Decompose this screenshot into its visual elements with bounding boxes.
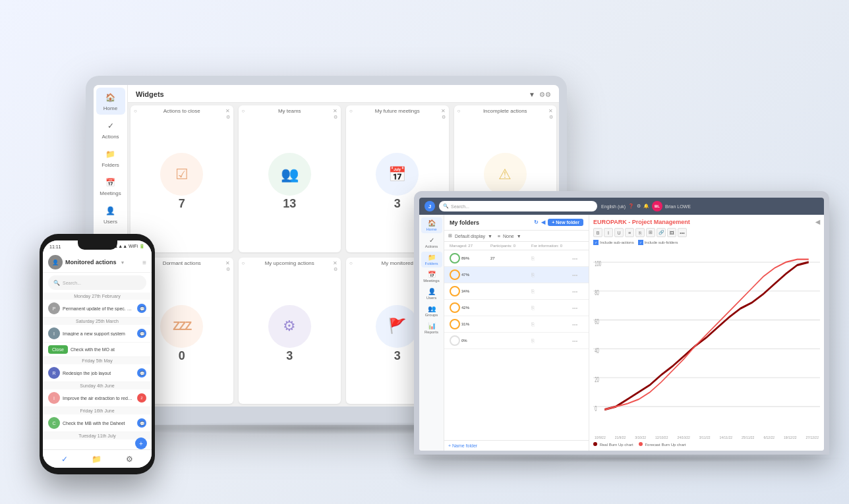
new-folder-button[interactable]: + New folder <box>548 219 583 226</box>
new-folder-link[interactable]: + Name folder <box>444 440 589 451</box>
phone-action-item[interactable]: Close Check with the MO at <box>43 343 152 357</box>
folder-row-todo[interactable]: T TODO Brian LOWE 0% ⎘ ••• <box>444 333 589 349</box>
widget-settings-icon[interactable]: ⚙ <box>226 267 230 272</box>
phone-search-bar[interactable]: 🔍 Search... <box>48 275 146 290</box>
phone-action-item[interactable]: I Imagine a new support system 💬 <box>43 325 152 343</box>
chart-tool-copy[interactable]: ⎘ <box>635 228 645 237</box>
settings-icon[interactable]: ⚙ <box>637 204 641 209</box>
chart-tool-link[interactable]: 🔗 <box>657 228 666 237</box>
chart-close-icon[interactable]: ◀ <box>815 219 820 225</box>
chart-tool-more[interactable]: ••• <box>678 228 687 237</box>
sidebar-item-folders[interactable]: 📁 Folders <box>96 144 125 171</box>
chart-tool-image[interactable]: 🖼 <box>667 228 676 237</box>
sidebar-item-users[interactable]: 👤 Users <box>96 201 125 228</box>
phone-action-item[interactable]: C Check the MB with the Daheet 💬 <box>43 414 152 432</box>
sidebar-item-home[interactable]: 🏠 Home <box>96 88 125 115</box>
phone-date-sunday: Sunday 4th June <box>43 382 152 389</box>
widget-close-icon[interactable]: ✕ <box>333 108 337 114</box>
phone-content: Monday 27th February P Permanent update … <box>43 293 152 449</box>
chart-tool-underline[interactable]: U <box>614 228 624 237</box>
include-sub-actions-checkbox[interactable]: ✓ Include sub-actions <box>593 240 634 245</box>
phone-action-item[interactable]: R Redesign the job layout 💬 <box>43 364 152 382</box>
action-text: Improve the air extraction to reduce the… <box>63 396 134 401</box>
phone-date-monday: Monday 27th February <box>43 293 152 300</box>
include-sub-folders-checkbox[interactable]: ✓ Include sub-folders <box>638 240 678 245</box>
svg-text:40: 40 <box>595 347 599 355</box>
phone-screen: 11:11 ▲▲▲ WiFi 🔋 👤 Monitored actions ▼ ≡… <box>43 240 152 468</box>
bell-icon[interactable]: 🔔 <box>643 204 649 209</box>
chart-title: EUROPARK - Project Management ◀ <box>593 219 820 225</box>
svg-text:0: 0 <box>595 405 597 413</box>
display-label[interactable]: Default display <box>455 234 485 238</box>
settings-icon[interactable]: ⚙⚙ <box>539 91 551 98</box>
widget-close-icon[interactable]: ✕ <box>333 260 337 266</box>
laptop-folders-panel: My folders ↻ ◀ + New folder ⊞ Default di… <box>444 215 589 451</box>
widget-icon-circle: 🚩 <box>376 305 419 348</box>
action-avatar: I <box>48 392 60 404</box>
folder-row-medicopharm[interactable]: M MEDICOPHARM - Quality Management 42% ⎘… <box>444 300 589 316</box>
settings-icon[interactable]: ⚙ <box>126 455 133 464</box>
widget-close-icon[interactable]: ✕ <box>225 108 230 114</box>
widget-settings-icon[interactable]: ⚙ <box>549 115 553 120</box>
meetings-icon: 📅 <box>104 176 117 189</box>
language-label: English (uk) <box>601 204 626 209</box>
chart-tool-list[interactable]: ≡ <box>625 228 634 237</box>
laptop-topbar: J 🔍 Search... English (uk) ❓ ⚙ 🔔 BL Bria… <box>419 198 824 215</box>
laptop-search[interactable]: 🔍 Search... <box>439 201 597 211</box>
chart-tool-italic[interactable]: I <box>604 228 613 237</box>
lap-nav-meetings[interactable]: 📅 Meetings <box>421 269 442 285</box>
folder-row-greenride[interactable]: G GREENRIDE - Retail Marketing Plan 34% … <box>444 283 589 300</box>
action-badge: 💬 <box>137 368 146 378</box>
refresh-icon[interactable]: ↻ <box>534 219 539 225</box>
sidebar-item-meetings[interactable]: 📅 Meetings <box>96 173 125 200</box>
laptop-content: 🏠 Home ✓ Actions 📁 Folders 📅 Meetings <box>419 215 824 451</box>
phone-signal: ▲▲▲ WiFi 🔋 <box>113 244 145 249</box>
folders-header: My folders ↻ ◀ + New folder <box>444 215 589 231</box>
chevron-down-icon: ▼ <box>529 91 535 98</box>
action-badge: 💬 <box>137 418 146 428</box>
lap-nav-folders[interactable]: 📁 Folders <box>421 252 442 267</box>
widget-close-icon[interactable]: ✕ <box>441 108 446 114</box>
close-button[interactable]: Close <box>48 345 68 354</box>
folder-row-europark[interactable]: E EUROPARK - Project Management 47% ⎘ ••… <box>444 267 589 283</box>
search-placeholder: Search... <box>63 281 81 285</box>
laptop-shadow <box>391 455 849 462</box>
widget-settings-icon[interactable]: ⚙ <box>226 115 230 120</box>
actions-icon: ✓ <box>429 237 434 244</box>
widget-settings-icon[interactable]: ⚙ <box>334 267 337 272</box>
phone-fab-button[interactable]: + <box>135 437 147 449</box>
checkbox-icon: ✓ <box>638 240 643 245</box>
chart-tool-table[interactable]: ⊞ <box>646 228 655 237</box>
menu-icon[interactable]: ≡ <box>142 259 146 266</box>
phone-action-item[interactable]: P Permanent update of the spec. Supplier… <box>43 300 152 318</box>
widget-actions-to-close[interactable]: ○ ✕ ⚙ Actions to close ☑ 7 <box>131 105 233 252</box>
widget-settings-icon[interactable]: ⚙ <box>334 115 337 120</box>
phone-header: 👤 Monitored actions ▼ ≡ <box>43 252 152 273</box>
folder-icon[interactable]: 📁 <box>92 455 102 464</box>
phone-action-item[interactable]: I Improve the air extraction to reduce t… <box>43 389 152 407</box>
widget-my-teams[interactable]: ○ ✕ ⚙ My teams 👥 13 <box>239 105 341 252</box>
progress-circle <box>450 269 460 280</box>
laptop-sidebar: 🏠 Home ✓ Actions 📁 Folders 📅 Meetings <box>419 215 444 451</box>
lap-nav-home[interactable]: 🏠 Home <box>421 217 442 233</box>
gear-sun-icon: ⚙ <box>283 318 296 335</box>
widget-icon-circle: ⚠ <box>484 153 527 196</box>
folder-row-smartfun[interactable]: S SMART-FUN EN - Business Unit 31% ⎘ ••• <box>444 316 589 333</box>
widget-upcoming-actions[interactable]: ○ ✕ ⚙ My upcoming actions ⚙ 3 <box>239 258 341 405</box>
folder-row-clevel[interactable]: C C.LEVEL - Strategic Actions 89% 27 ⎘ •… <box>444 250 589 267</box>
sleep-icon: ZZZ <box>173 320 190 333</box>
widget-settings-icon[interactable]: ⚙ <box>442 115 446 120</box>
widget-icon-circle: 👥 <box>268 153 311 196</box>
check-icon[interactable]: ✓ <box>61 455 68 464</box>
lap-nav-actions[interactable]: ✓ Actions <box>421 235 442 250</box>
lap-nav-users[interactable]: 👤 Users <box>421 286 442 302</box>
widget-close-icon[interactable]: ✕ <box>548 108 553 114</box>
chart-tool-bold[interactable]: B <box>593 228 602 237</box>
lap-nav-reports[interactable]: 📊 Reports <box>421 320 442 336</box>
lap-nav-groups[interactable]: 👥 Groups <box>421 303 442 319</box>
filter-label[interactable]: None <box>503 234 514 238</box>
sidebar-item-actions[interactable]: ✓ Actions <box>96 116 125 143</box>
widget-close-icon[interactable]: ✕ <box>225 260 230 266</box>
collapse-icon[interactable]: ◀ <box>541 219 545 225</box>
widget-check-icon: ○ <box>134 108 137 114</box>
